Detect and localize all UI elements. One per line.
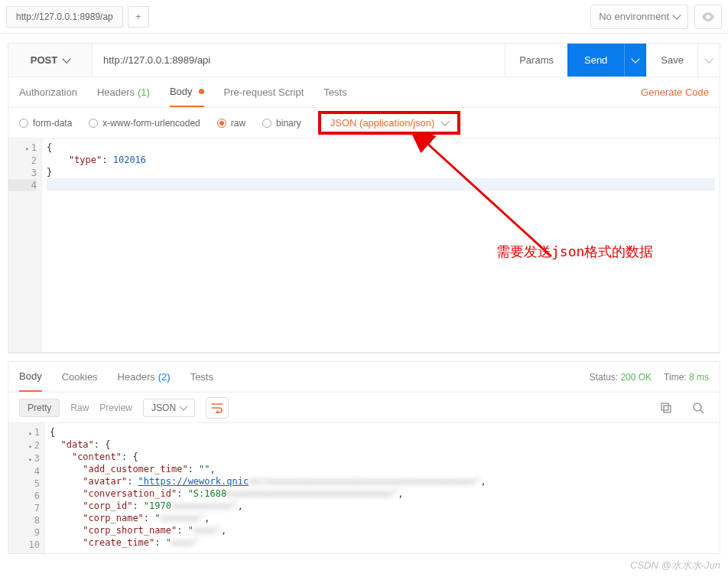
tab-prerequest[interactable]: Pre-request Script [224, 77, 304, 107]
response-format-select[interactable]: JSON [143, 399, 195, 417]
save-button[interactable]: Save [646, 44, 697, 77]
radio-raw[interactable]: raw [217, 118, 245, 129]
svg-rect-2 [664, 406, 671, 412]
radio-icon [89, 119, 98, 128]
response-panel: Body Cookies Headers (2) Tests Status: 2… [8, 361, 720, 554]
chevron-down-icon [704, 54, 713, 63]
response-body-viewer[interactable]: 12345678910 { "data": { "content": { "ad… [8, 423, 720, 553]
line-gutter: 12345678910 [8, 423, 45, 553]
resp-tab-tests[interactable]: Tests [190, 362, 213, 392]
request-tab-title: http://127.0.0.1:8989/ap [16, 11, 113, 22]
generate-code-link[interactable]: Generate Code [641, 86, 709, 98]
environment-select[interactable]: No environment [590, 5, 688, 29]
tab-authorization[interactable]: Authorization [19, 77, 77, 107]
code-area: { "data": { "content": { "add_customer_t… [45, 423, 720, 553]
request-body-editor[interactable]: 1234 { "type": 102016 } 需要发送json格式的数据 [8, 139, 720, 353]
radio-binary[interactable]: binary [262, 118, 301, 129]
content-type-select[interactable]: JSON (application/json) [318, 111, 461, 135]
chevron-down-icon [672, 11, 681, 19]
url-input[interactable] [93, 44, 505, 77]
http-method-select[interactable]: POST [8, 44, 93, 77]
send-button[interactable]: Send [567, 44, 624, 77]
status-code: 200 OK [620, 372, 652, 383]
save-menu-button[interactable] [697, 44, 720, 77]
radio-icon [19, 119, 28, 128]
eye-icon [701, 12, 715, 21]
radio-icon [262, 119, 271, 128]
search-icon [692, 402, 704, 414]
line-gutter: 1234 [8, 139, 42, 352]
chevron-down-icon [441, 117, 450, 126]
resp-tab-cookies[interactable]: Cookies [62, 362, 98, 392]
search-response-button[interactable] [687, 397, 709, 419]
resp-tab-body[interactable]: Body [19, 362, 42, 392]
chevron-down-icon [63, 54, 71, 63]
request-panel: POST Params Send Save Authorization Head… [8, 43, 720, 354]
svg-point-3 [694, 403, 701, 411]
view-pretty-button[interactable]: Pretty [19, 399, 60, 417]
http-method-label: POST [31, 54, 57, 66]
resp-headers-count: (2) [158, 371, 171, 383]
svg-line-4 [700, 410, 704, 413]
tab-body[interactable]: Body [170, 77, 204, 107]
request-tab[interactable]: http://127.0.0.1:8989/ap [6, 6, 123, 28]
environment-quicklook-button[interactable] [694, 5, 722, 29]
chevron-down-icon [179, 402, 187, 410]
new-tab-button[interactable]: + [128, 6, 149, 28]
copy-response-button[interactable] [655, 397, 677, 419]
unsaved-dot-icon [199, 89, 204, 94]
radio-icon [217, 119, 226, 128]
radio-formdata[interactable]: form-data [19, 118, 72, 129]
wrap-icon [211, 403, 223, 413]
tab-headers[interactable]: Headers (1) [97, 77, 150, 107]
response-time: 8 ms [689, 372, 709, 383]
tab-tests[interactable]: Tests [323, 77, 346, 107]
wrap-lines-button[interactable] [206, 397, 229, 419]
radio-urlencoded[interactable]: x-www-form-urlencoded [89, 118, 200, 129]
code-area[interactable]: { "type": 102016 } [42, 139, 720, 352]
environment-label: No environment [599, 11, 669, 22]
resp-tab-headers[interactable]: Headers (2) [118, 362, 171, 392]
view-preview-button[interactable]: Preview [99, 403, 132, 413]
svg-rect-1 [661, 403, 668, 410]
send-menu-button[interactable] [624, 44, 646, 77]
view-raw-button[interactable]: Raw [70, 403, 89, 413]
chevron-down-icon [632, 54, 640, 63]
headers-count: (1) [138, 86, 150, 98]
copy-icon [660, 402, 672, 414]
params-button[interactable]: Params [505, 44, 567, 77]
